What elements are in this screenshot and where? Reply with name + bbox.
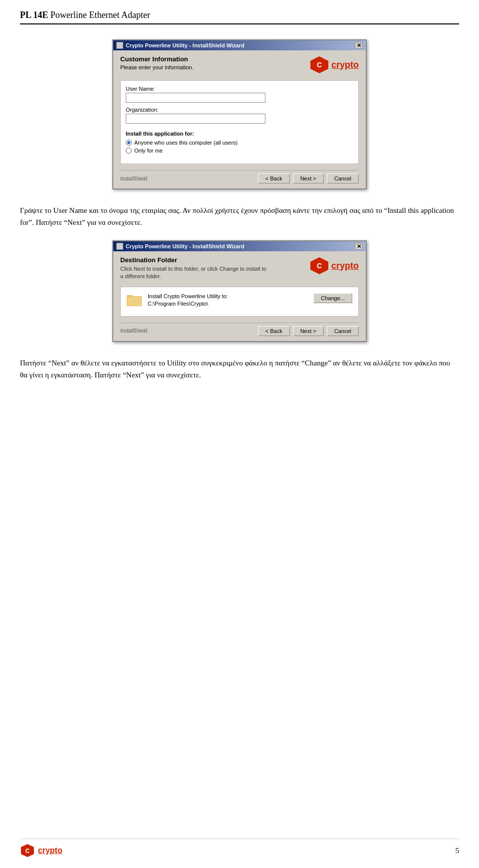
radio-only-me-label: Only for me	[134, 148, 163, 154]
dialog2-section-subtitle: Click Next to install to this folder, or…	[120, 265, 270, 281]
page-number: 5	[456, 847, 460, 855]
dialog1-crypto-logo: C crypto	[309, 55, 359, 74]
organization-input[interactable]	[126, 114, 265, 124]
dialog2-installshield-label: InstallShield	[120, 328, 147, 334]
dialog2-buttons: < Back Next > Cancel	[258, 326, 359, 336]
dialog1-installshield-label: InstallShield	[120, 176, 147, 181]
change-button[interactable]: Change...	[313, 293, 352, 303]
dialog2-folder-area: Install Crypto Powerline Utility to: C:\…	[120, 287, 359, 317]
dialog1-title-text: Crypto Powerline Utility - InstallShield…	[126, 42, 244, 48]
dialog2-header-area: Destination Folder Click Next to install…	[120, 256, 359, 281]
radio-all-users[interactable]: Anyone who uses this computer (all users…	[126, 140, 353, 146]
dialog1-buttons: < Back Next > Cancel	[258, 174, 359, 183]
install-for-label: Install this application for:	[126, 131, 353, 137]
dialog2-section-title: Destination Folder	[120, 256, 270, 264]
crypto-logo-icon2: C	[309, 256, 329, 275]
page-title: PL 14E Powerline Ethernet Adapter	[20, 10, 150, 20]
dialog1-next-button[interactable]: Next >	[293, 174, 324, 183]
page-header: PL 14E Powerline Ethernet Adapter	[20, 10, 459, 24]
customer-info-dialog: Crypto Powerline Utility - InstallShield…	[112, 39, 367, 189]
svg-text:C: C	[317, 61, 322, 69]
organization-group: Organization:	[126, 107, 353, 124]
folder-label: Install Crypto Powerline Utility to:	[148, 293, 308, 299]
footer-logo-text: crypto	[38, 846, 62, 855]
username-label: User Name:	[126, 86, 353, 92]
dialog1-crypto-text: crypto	[331, 60, 359, 70]
dialog1-title-icon	[116, 42, 123, 49]
dialog1-back-button[interactable]: < Back	[258, 174, 290, 183]
dialog1-section-subtitle: Please enter your information.	[120, 64, 194, 70]
dialog2-close-button[interactable]: ✕	[355, 243, 363, 250]
dialog1-cancel-button[interactable]: Cancel	[327, 174, 359, 183]
svg-text:C: C	[317, 262, 322, 270]
dialog1-form-area: User Name: Organization: Install this ap…	[120, 80, 359, 164]
organization-label: Organization:	[126, 107, 353, 113]
dialog2-next-button[interactable]: Next >	[293, 326, 324, 336]
page-footer: C crypto 5	[20, 839, 459, 858]
install-for-section: Install this application for: Anyone who…	[126, 131, 353, 154]
body-text-2: Πατήστε “Next” αν θέλετε να εγκαταστήσετ…	[20, 357, 459, 381]
dialog1-wrapper: Crypto Powerline Utility - InstallShield…	[20, 39, 459, 189]
footer-logo-icon: C	[20, 843, 35, 858]
footer-logo: C crypto	[20, 843, 62, 858]
dialog2-wrapper: Crypto Powerline Utility - InstallShield…	[20, 240, 459, 342]
dialog1-header-area: Customer Information Please enter your i…	[120, 55, 359, 74]
dialog2-title-icon	[116, 243, 123, 250]
radio-only-me[interactable]: Only for me	[126, 148, 353, 154]
dialog2-cancel-button[interactable]: Cancel	[327, 326, 359, 336]
dialog1-footer: InstallShield < Back Next > Cancel	[120, 170, 359, 183]
dialog2-crypto-logo: C crypto	[309, 256, 359, 275]
svg-rect-6	[127, 297, 141, 306]
dialog1-titlebar: Crypto Powerline Utility - InstallShield…	[113, 40, 366, 50]
dialog2-back-button[interactable]: < Back	[258, 326, 290, 336]
radio-only-me-circle	[126, 148, 132, 154]
dialog2-title-text: Crypto Powerline Utility - InstallShield…	[126, 243, 244, 249]
folder-icon	[127, 293, 143, 307]
dialog1-close-button[interactable]: ✕	[355, 42, 363, 49]
dialog1-body: Customer Information Please enter your i…	[113, 50, 366, 188]
folder-path: C:\Program Files\Crypto\	[148, 301, 308, 307]
dialog1-section-title: Customer Information	[120, 55, 194, 63]
body-text-1: Γράψτε το User Name και το όνομα της ετα…	[20, 204, 459, 228]
username-group: User Name:	[126, 86, 353, 103]
destination-folder-dialog: Crypto Powerline Utility - InstallShield…	[112, 240, 367, 342]
username-input[interactable]	[126, 93, 265, 103]
radio-all-users-label: Anyone who uses this computer (all users…	[134, 140, 238, 146]
svg-text:C: C	[25, 848, 30, 855]
dialog2-footer: InstallShield < Back Next > Cancel	[120, 323, 359, 336]
radio-all-users-circle	[126, 140, 132, 146]
dialog2-titlebar: Crypto Powerline Utility - InstallShield…	[113, 241, 366, 251]
dialog2-body: Destination Folder Click Next to install…	[113, 251, 366, 341]
crypto-logo-icon: C	[309, 55, 329, 74]
dialog2-crypto-text: crypto	[331, 261, 359, 271]
